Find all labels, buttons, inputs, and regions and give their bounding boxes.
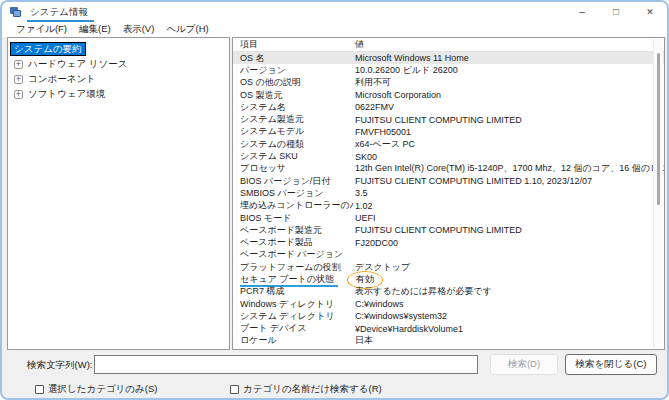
item-cell: バージョン bbox=[233, 64, 355, 77]
value-cell: 10.0.26200 ビルド 26200 bbox=[355, 64, 664, 77]
item-label: システム ディレクトリ bbox=[240, 311, 335, 321]
value-cell: FUJITSU CLIENT COMPUTING LIMITED bbox=[355, 115, 664, 125]
value-label: FUJITSU CLIENT COMPUTING LIMITED bbox=[355, 115, 522, 125]
window-title: システム情報 bbox=[28, 6, 90, 19]
table-row[interactable]: システム ディレクトリ C:¥windows¥system32 bbox=[233, 310, 664, 322]
tree-item[interactable]: + ハードウェア リソース bbox=[14, 57, 229, 71]
tree-item-system-summary[interactable]: システムの要約 bbox=[10, 42, 86, 56]
column-header-value[interactable]: 値 bbox=[355, 38, 664, 51]
table-row[interactable]: 埋め込みコントローラーのバージョン 1.02 bbox=[233, 200, 664, 212]
table-row[interactable]: システムモデル FMVFH05001 bbox=[233, 126, 664, 138]
maximize-button[interactable]: □ bbox=[599, 2, 633, 22]
checkbox-icon[interactable] bbox=[230, 385, 239, 394]
value-label: 利用不可 bbox=[355, 77, 391, 87]
value-label: 3.5 bbox=[355, 188, 368, 198]
table-row[interactable]: システムの種類 x64-ベース PC bbox=[233, 138, 664, 150]
value-label: C:¥windows bbox=[355, 299, 404, 309]
item-label: SMBIOS バージョン bbox=[240, 188, 323, 198]
table-row[interactable]: ブート デバイス ¥Device¥HarddiskVolume1 bbox=[233, 323, 664, 335]
menu-bar: ファイル(F) 編集(E) 表示(V) ヘルプ(H) bbox=[2, 22, 667, 37]
table-row[interactable]: PCR7 構成 表示するためには昇格が必要です bbox=[233, 286, 664, 298]
category-tree: システムの要約 + ハードウェア リソース + コンポーネント + ソフトウェア… bbox=[7, 37, 230, 350]
item-cell: セキュア ブートの状態 bbox=[233, 273, 355, 286]
vertical-scrollbar[interactable] bbox=[653, 39, 663, 348]
menu-item[interactable]: ファイル(F) bbox=[10, 23, 73, 36]
minimize-button[interactable]: – bbox=[565, 2, 599, 22]
value-label: 1.02 bbox=[355, 201, 373, 211]
value-label: 10.0.26200 ビルド 26200 bbox=[355, 65, 458, 75]
table-row[interactable]: BIOS モード UEFI bbox=[233, 212, 664, 224]
item-cell: BIOS モード bbox=[233, 212, 355, 225]
search-input[interactable] bbox=[94, 355, 478, 374]
item-label: プロセッサ bbox=[240, 163, 286, 173]
close-search-button[interactable]: 検索を閉じる(C) bbox=[565, 354, 657, 375]
table-row[interactable]: プロセッサ 12th Gen Intel(R) Core(TM) i5-1240… bbox=[233, 163, 664, 175]
item-label: PCR7 構成 bbox=[240, 286, 285, 296]
details-panel: 項目 値 OS 名 Microsoft Windows 11 Home バージョ… bbox=[232, 37, 665, 350]
value-label: Microsoft Windows 11 Home bbox=[355, 53, 469, 63]
value-cell: UEFI bbox=[355, 213, 664, 223]
table-row[interactable]: システム名 0622FMV bbox=[233, 101, 664, 113]
table-row[interactable]: SMBIOS バージョン 3.5 bbox=[233, 187, 664, 199]
checkbox-label: 選択したカテゴリのみ(S) bbox=[48, 383, 157, 396]
scrollbar-thumb[interactable] bbox=[657, 53, 660, 205]
menu-item[interactable]: ヘルプ(H) bbox=[160, 23, 214, 36]
table-row[interactable]: OS の他の説明 利用不可 bbox=[233, 77, 664, 89]
menu-item[interactable]: 編集(E) bbox=[73, 23, 117, 36]
value-cell: 12th Gen Intel(R) Core(TM) i5-1240P、1700… bbox=[355, 162, 664, 175]
checkbox-category-names-only[interactable]: カテゴリの名前だけ検索する(R) bbox=[230, 383, 382, 396]
item-cell: 埋め込みコントローラーのバージョン bbox=[233, 199, 355, 212]
table-row[interactable]: セキュア ブートの状態 有効 bbox=[233, 273, 664, 285]
tree-item[interactable]: + コンポーネント bbox=[14, 72, 229, 86]
value-label: ¥Device¥HarddiskVolume1 bbox=[355, 324, 463, 334]
table-row[interactable]: BIOS バージョン/日付 FUJITSU CLIENT COMPUTING L… bbox=[233, 175, 664, 187]
item-cell: ベースボード製品 bbox=[233, 236, 355, 249]
value-label: UEFI bbox=[355, 213, 376, 223]
value-cell: C:¥windows bbox=[355, 299, 664, 309]
checkbox-selected-category-only[interactable]: 選択したカテゴリのみ(S) bbox=[35, 383, 157, 396]
tree-item-label: ソフトウェア環境 bbox=[28, 88, 105, 101]
value-label: x64-ベース PC bbox=[355, 139, 415, 149]
find-button[interactable]: 検索(D) bbox=[490, 354, 558, 375]
value-label: 日本 bbox=[355, 335, 373, 345]
title-bar: システム情報 – □ ✕ bbox=[2, 2, 667, 22]
value-cell: FJ20DC00 bbox=[355, 238, 664, 248]
table-row[interactable]: ベースボード バージョン bbox=[233, 249, 664, 261]
item-cell: Windows ディレクトリ bbox=[233, 298, 355, 311]
value-cell: デスクトップ bbox=[355, 261, 664, 274]
checkbox-icon[interactable] bbox=[35, 385, 44, 394]
item-cell: OS 製造元 bbox=[233, 89, 355, 102]
item-cell: OS 名 bbox=[233, 52, 355, 65]
expand-plus-icon[interactable]: + bbox=[14, 60, 23, 69]
table-row[interactable]: ベースボード製品 FJ20DC00 bbox=[233, 236, 664, 248]
close-button[interactable]: ✕ bbox=[633, 2, 667, 22]
value-label: Microsoft Corporation bbox=[355, 90, 441, 100]
item-label: ロケール bbox=[240, 335, 277, 345]
table-row[interactable]: OS 製造元 Microsoft Corporation bbox=[233, 89, 664, 101]
value-cell: SK00 bbox=[355, 152, 664, 162]
item-cell: BIOS バージョン/日付 bbox=[233, 175, 355, 188]
value-label: FMVFH05001 bbox=[355, 127, 411, 137]
table-row[interactable]: プラットフォームの役割 デスクトップ bbox=[233, 261, 664, 273]
table-row[interactable]: ベースボード製造元 FUJITSU CLIENT COMPUTING LIMIT… bbox=[233, 224, 664, 236]
table-row[interactable]: ロケール 日本 bbox=[233, 335, 664, 347]
table-row[interactable]: システム SKU SK00 bbox=[233, 150, 664, 162]
column-header-item[interactable]: 項目 bbox=[233, 38, 355, 51]
system-info-app-icon bbox=[10, 7, 22, 18]
table-row[interactable]: OS 名 Microsoft Windows 11 Home bbox=[233, 52, 664, 64]
window-controls: – □ ✕ bbox=[565, 2, 667, 22]
table-row[interactable]: バージョン 10.0.26200 ビルド 26200 bbox=[233, 64, 664, 76]
table-row[interactable]: Windows ディレクトリ C:¥windows bbox=[233, 298, 664, 310]
table-row[interactable]: システム製造元 FUJITSU CLIENT COMPUTING LIMITED bbox=[233, 113, 664, 125]
tree-item-label: ハードウェア リソース bbox=[28, 58, 127, 71]
item-label: OS の他の説明 bbox=[240, 77, 301, 87]
expand-plus-icon[interactable]: + bbox=[14, 90, 23, 99]
search-label: 検索文字列(W): bbox=[27, 359, 92, 372]
value-cell: Microsoft Windows 11 Home bbox=[355, 53, 664, 63]
expand-plus-icon[interactable]: + bbox=[14, 75, 23, 84]
item-label: ベースボード バージョン bbox=[240, 249, 343, 259]
menu-item[interactable]: 表示(V) bbox=[117, 23, 161, 36]
table-header: 項目 値 bbox=[233, 38, 664, 52]
item-label: システムの種類 bbox=[240, 139, 304, 149]
tree-item[interactable]: + ソフトウェア環境 bbox=[14, 87, 229, 101]
